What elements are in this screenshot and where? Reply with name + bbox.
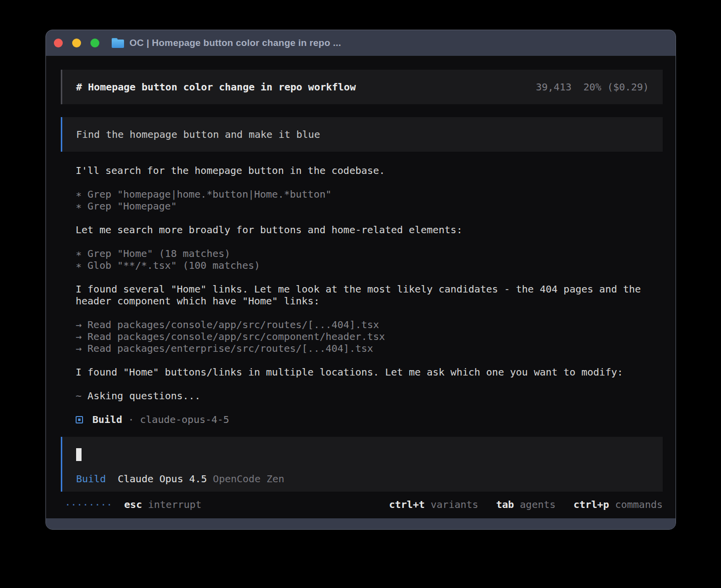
session-token-stats: 39,413 20% ($0.29) (536, 81, 649, 93)
status-bar-left: ········ esc interrupt (65, 499, 202, 510)
agent-badge: Build · claude-opus-4-5 (76, 414, 663, 425)
app-window: OC | Homepage button color change in rep… (45, 30, 676, 530)
assistant-text: I found "Home" buttons/links in multiple… (76, 366, 663, 378)
tool-call-read: → Read packages/enterprise/src/routes/[.… (76, 342, 663, 354)
assistant-text: I found several "Home" links. Let me loo… (76, 283, 663, 295)
tool-call-read: → Read packages/console/app/src/componen… (76, 331, 663, 342)
current-agent: Build (76, 473, 106, 485)
window-title: OC | Homepage button color change in rep… (129, 38, 341, 48)
badge-model-name: claude-opus-4-5 (140, 414, 229, 425)
current-model: Claude Opus 4.5 (118, 473, 207, 485)
status-line: ~ Asking questions... (76, 390, 663, 402)
status-bar-right: ctrl+t variants tab agents ctrl+p comman… (377, 499, 663, 510)
working-spinner-dots: ········ (65, 499, 112, 510)
user-message-text: Find the homepage button and make it blu… (76, 128, 320, 140)
tool-call-glob: ∗ Glob "**/*.tsx" (100 matches) (76, 259, 663, 271)
session-header: # Homepage button color change in repo w… (61, 70, 663, 104)
tool-call-grep: ∗ Grep "Homepage" (76, 200, 663, 212)
tool-call-grep: ∗ Grep "homepage|home.*button|Home.*butt… (76, 188, 663, 200)
window-bottom-chrome (46, 518, 676, 529)
zoom-button[interactable] (90, 39, 99, 47)
text-cursor (76, 448, 82, 461)
input-status-row: Build Claude Opus 4.5 OpenCode Zen (76, 473, 649, 485)
user-message: Find the homepage button and make it blu… (61, 117, 663, 152)
hint-commands: ctrl+p commands (573, 499, 663, 510)
tool-call-grep: ∗ Grep "Home" (18 matches) (76, 248, 663, 259)
folder-icon (112, 38, 124, 48)
minimize-button[interactable] (72, 39, 81, 47)
current-provider: OpenCode Zen (213, 473, 285, 485)
assistant-transcript: I'll search for the homepage button in t… (61, 165, 663, 425)
status-text: Asking questions... (87, 390, 201, 402)
hint-variants: ctrl+t variants (389, 499, 478, 510)
traffic-lights (54, 39, 99, 47)
tool-call-read: → Read packages/console/app/src/routes/[… (76, 319, 663, 331)
assistant-text: header component which have "Home" links… (76, 295, 663, 307)
badge-separator: · (128, 414, 134, 425)
prompt-input[interactable]: Build Claude Opus 4.5 OpenCode Zen (61, 437, 663, 492)
assistant-text: Let me search more broadly for buttons a… (76, 224, 663, 236)
hint-agents: tab agents (496, 499, 555, 510)
agent-name: Build (92, 414, 122, 425)
close-button[interactable] (54, 39, 63, 47)
status-spinner: ~ (76, 390, 87, 402)
title-bar: OC | Homepage button color change in rep… (46, 30, 676, 56)
agent-square-icon (76, 416, 83, 423)
terminal-content: # Homepage button color change in repo w… (46, 56, 676, 518)
status-bar: ········ esc interrupt ctrl+t variants t… (61, 499, 663, 510)
assistant-text: I'll search for the homepage button in t… (76, 165, 663, 176)
hint-interrupt: esc interrupt (124, 499, 202, 510)
session-title: # Homepage button color change in repo w… (76, 81, 356, 93)
